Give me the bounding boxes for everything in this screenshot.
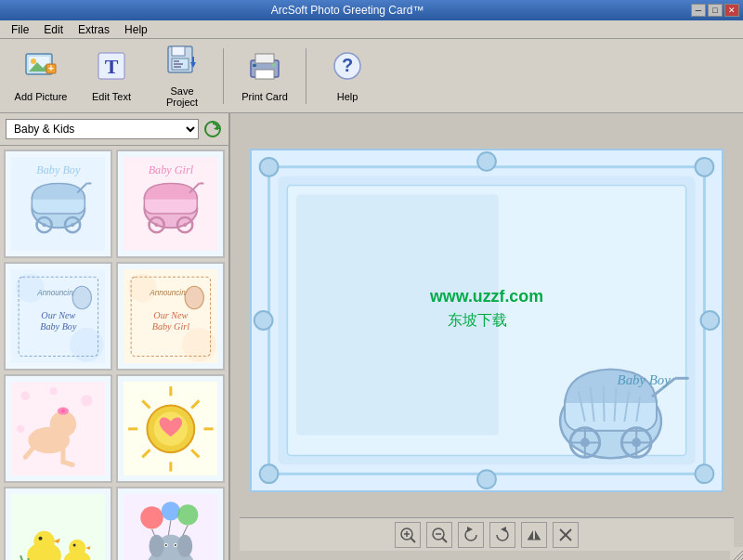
svg-point-103	[149, 534, 163, 556]
thumbnails-grid: Baby Boy	[4, 150, 225, 560]
thumbnail-sunshine[interactable]	[116, 374, 225, 483]
svg-point-20	[272, 63, 276, 67]
svg-text:Baby Girl: Baby Girl	[148, 163, 193, 176]
edit-text-button[interactable]: T Edit Text	[78, 44, 145, 109]
svg-rect-18	[255, 70, 274, 79]
toolbar: + Add Picture T Edit Text	[0, 39, 743, 113]
svg-point-97	[177, 504, 198, 525]
svg-point-47	[70, 328, 104, 362]
bottom-toolbar	[240, 517, 734, 551]
right-panel: Baby Boy www.uzzf.com 东坡下载	[230, 113, 743, 560]
svg-point-135	[260, 157, 279, 176]
save-project-label: Save Project	[153, 85, 211, 108]
help-icon: ?	[331, 49, 364, 89]
svg-text:+: +	[48, 63, 54, 73]
svg-rect-15	[192, 57, 194, 62]
svg-line-157	[604, 385, 605, 422]
svg-point-142	[700, 311, 719, 330]
svg-point-141	[254, 311, 273, 330]
toolbar-separator	[223, 48, 224, 104]
add-picture-label: Add Picture	[15, 91, 68, 102]
svg-point-90	[69, 539, 85, 555]
svg-text:Our New: Our New	[41, 310, 75, 320]
rotate-right-button[interactable]	[489, 522, 515, 548]
title-bar: ArcSoft Photo Greeting Card™ ─ □ ✕	[0, 0, 743, 20]
menu-help[interactable]: Help	[117, 21, 155, 38]
minimize-button[interactable]: ─	[691, 4, 706, 17]
help-label: Help	[337, 91, 358, 102]
menu-file[interactable]: File	[4, 21, 36, 38]
category-select[interactable]: Baby & Kids Birthday Holiday Love Thank …	[6, 119, 199, 139]
canvas-area: Baby Boy www.uzzf.com 东坡下载	[240, 123, 734, 517]
svg-text:?: ?	[342, 55, 353, 75]
thumbnail-our-new-baby-girl[interactable]: Announcing! Our New Baby Girl	[116, 262, 225, 371]
svg-marker-24	[214, 125, 218, 130]
svg-line-169	[442, 538, 447, 542]
svg-point-139	[477, 151, 496, 170]
edit-text-label: Edit Text	[92, 91, 131, 102]
svg-point-52	[72, 286, 91, 308]
svg-point-2	[31, 59, 36, 64]
rotate-left-button[interactable]	[458, 522, 484, 548]
svg-point-65	[17, 424, 24, 432]
svg-point-72	[61, 409, 65, 412]
maximize-button[interactable]: □	[708, 4, 723, 17]
svg-point-91	[72, 543, 75, 546]
svg-point-87	[33, 530, 54, 551]
svg-point-88	[38, 536, 42, 540]
svg-rect-12	[174, 63, 183, 65]
svg-text:www.uzzf.com: www.uzzf.com	[429, 287, 543, 306]
print-card-label: Print Card	[241, 91, 288, 102]
toolbar-separator-2	[306, 48, 306, 104]
svg-point-60	[185, 286, 203, 308]
svg-marker-174	[535, 530, 541, 540]
svg-text:T: T	[105, 55, 119, 78]
svg-text:东坡下载: 东坡下载	[448, 311, 507, 327]
thumbnail-elephant-balloons[interactable]	[116, 487, 225, 560]
svg-text:Our New: Our New	[153, 310, 188, 320]
svg-point-96	[161, 501, 179, 520]
svg-point-32	[71, 223, 74, 227]
svg-point-138	[696, 464, 714, 483]
thumbnail-baby-boy-carriage[interactable]: Baby Boy	[4, 150, 112, 258]
svg-point-137	[260, 464, 279, 483]
zoom-in-button[interactable]	[395, 522, 421, 548]
svg-line-165	[411, 538, 415, 542]
save-project-button[interactable]: Save Project	[149, 44, 215, 109]
thumbnail-baby-girl-carriage[interactable]: Baby Girl	[116, 150, 225, 258]
svg-point-64	[81, 395, 92, 406]
svg-text:Baby Boy: Baby Boy	[36, 163, 81, 176]
thumbnail-baby-duck[interactable]	[4, 487, 112, 560]
svg-line-70	[63, 462, 72, 464]
print-card-icon	[248, 49, 281, 89]
main-area: Baby & Kids Birthday Holiday Love Thank …	[0, 113, 743, 560]
svg-point-107	[164, 544, 166, 546]
svg-text:Baby Boy: Baby Boy	[618, 372, 671, 387]
resize-grip[interactable]	[730, 547, 743, 560]
svg-rect-11	[174, 60, 179, 62]
print-card-button[interactable]: Print Card	[231, 44, 298, 109]
zoom-out-button[interactable]	[426, 522, 452, 548]
svg-point-55	[182, 328, 216, 362]
close-button[interactable]: ✕	[724, 4, 739, 17]
menu-edit[interactable]: Edit	[36, 21, 71, 38]
add-picture-button[interactable]: + Add Picture	[7, 44, 74, 109]
refresh-button[interactable]	[202, 119, 223, 139]
thumbnail-our-new-baby-boy[interactable]: Announcing! Our New Baby Boy	[4, 262, 112, 371]
menu-extras[interactable]: Extras	[71, 21, 117, 38]
svg-point-63	[49, 387, 57, 395]
help-button[interactable]: ? Help	[314, 44, 381, 109]
title-bar-text: ArcSoft Photo Greeting Card™	[4, 4, 691, 17]
edit-text-icon: T	[95, 49, 128, 89]
flip-button[interactable]	[521, 522, 547, 548]
svg-rect-19	[253, 64, 256, 67]
thumbnail-baby-crawling[interactable]	[4, 374, 112, 483]
delete-button[interactable]	[553, 522, 579, 548]
svg-rect-17	[255, 54, 274, 63]
add-picture-icon: +	[24, 49, 58, 89]
svg-marker-171	[467, 527, 473, 532]
svg-rect-13	[174, 66, 181, 68]
svg-point-95	[140, 506, 163, 528]
title-bar-buttons: ─ □ ✕	[691, 4, 739, 17]
menu-bar: File Edit Extras Help	[0, 20, 743, 39]
